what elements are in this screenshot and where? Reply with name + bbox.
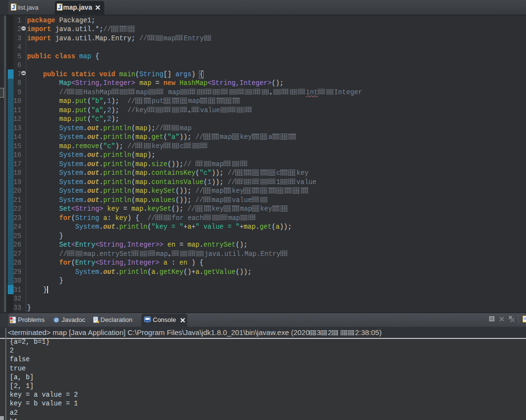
svg-text:@: @ [54,318,58,322]
